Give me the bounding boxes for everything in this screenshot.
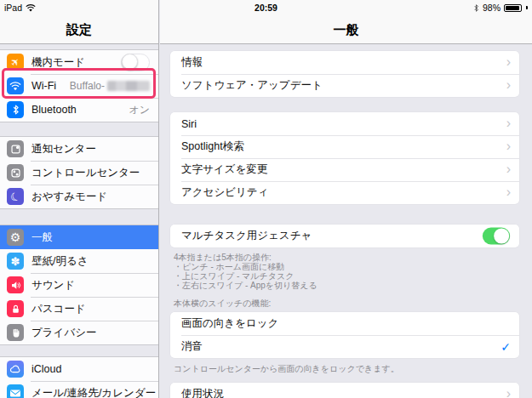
row-label: 文字サイズを変更 — [181, 162, 267, 177]
side-switch-footer: コントロールセンターから画面の向きをロックできます。 — [170, 358, 519, 375]
control-center-icon — [7, 164, 24, 181]
sidebar-item-airplane-mode[interactable]: ✈ 機内モード — [0, 50, 158, 74]
general-panel: 一般 情報 › ソフトウェア・アップデート › Siri › — [160, 0, 532, 398]
ipad-settings-screen: iPad 20:59 98% 設定 — [0, 0, 532, 398]
sidebar-item-wallpaper-brightness[interactable]: ✽ 壁紙/明るさ — [0, 249, 158, 273]
sidebar-item-label: Bluetooth — [31, 104, 77, 116]
sidebar-item-label: おやすみモード — [31, 190, 107, 204]
notification-center-icon — [7, 140, 24, 157]
bluetooth-status-value: オン — [129, 103, 150, 117]
airplane-icon: ✈ — [7, 54, 24, 71]
checkmark-icon: ✓ — [501, 340, 511, 354]
sidebar-item-sounds[interactable]: サウンド — [0, 273, 158, 297]
note-line: ・上にスワイプ - マルチタスク — [174, 271, 516, 281]
chevron-right-icon: › — [506, 55, 511, 69]
sidebar-item-label: 通知センター — [31, 142, 96, 156]
sidebar-item-passcode[interactable]: パスコード — [0, 297, 158, 321]
bluetooth-icon — [7, 101, 24, 118]
row-about[interactable]: 情報 › — [170, 51, 519, 74]
sidebar-item-label: メール/連絡先/カレンダー — [31, 386, 156, 398]
bluetooth-status-icon — [473, 3, 479, 13]
sidebar-item-do-not-disturb[interactable]: ☾ おやすみモード — [0, 185, 158, 208]
sidebar-item-label: サウンド — [31, 278, 75, 293]
group-about: 情報 › ソフトウェア・アップデート › — [170, 51, 519, 97]
row-usage[interactable]: 使用状況 › — [170, 383, 519, 398]
sidebar-item-label: iCloud — [31, 363, 61, 375]
sidebar-item-label: コントロールセンター — [31, 166, 140, 180]
note-line: ・ピンチ - ホーム画面に移動 — [174, 262, 516, 271]
sidebar-item-label: 一般 — [31, 230, 53, 245]
mail-icon — [7, 384, 24, 398]
battery-percent: 98% — [483, 3, 501, 13]
sidebar-item-notification-center[interactable]: 通知センター — [0, 137, 158, 161]
wifi-ssid-redacted — [107, 81, 150, 91]
sidebar-item-general[interactable]: ⚙ 一般 — [0, 225, 158, 249]
chevron-right-icon: › — [506, 78, 511, 92]
row-label: Spotlight検索 — [181, 139, 244, 154]
chevron-right-icon: › — [506, 117, 511, 130]
sidebar-item-privacy[interactable]: プライバシー — [0, 321, 158, 344]
multitask-notes: 4本指または5本指の操作: ・ピンチ - ホーム画面に移動 ・上にスワイプ - … — [170, 247, 519, 290]
status-right: 98% — [473, 3, 528, 13]
chevron-right-icon: › — [506, 185, 511, 199]
sidebar-item-bluetooth[interactable]: Bluetooth オン — [0, 98, 158, 122]
row-label: アクセシビリティ — [181, 185, 268, 200]
row-label: 情報 — [181, 55, 203, 70]
status-bar: iPad 20:59 98% — [0, 0, 532, 17]
sidebar-title: 設定 — [0, 22, 158, 38]
row-label: 消音 — [181, 339, 203, 354]
row-text-size[interactable]: 文字サイズを変更 › — [170, 158, 519, 181]
sound-icon — [7, 276, 24, 293]
sidebar-group-general: ⚙ 一般 ✽ 壁紙/明るさ — [0, 225, 158, 345]
row-label: Siri — [181, 118, 197, 130]
group-siri-search: Siri › Spotlight検索 › 文字サイズを変更 › アクセシビリティ… — [170, 112, 519, 204]
lock-icon — [7, 300, 24, 317]
wifi-icon — [7, 77, 24, 94]
row-multitask-gestures[interactable]: マルチタスク用ジェスチャ — [170, 225, 519, 247]
airplane-mode-toggle[interactable] — [121, 54, 150, 71]
wallpaper-icon: ✽ — [7, 253, 24, 270]
chevron-right-icon: › — [506, 162, 511, 176]
group-side-switch: 画面の向きをロック 消音 ✓ — [170, 312, 519, 358]
sidebar-item-label: プライバシー — [31, 326, 96, 340]
note-line: ・左右にスワイプ - Appを切り替える — [174, 281, 516, 290]
sidebar-item-control-center[interactable]: コントロールセンター — [0, 161, 158, 185]
multitask-gestures-toggle[interactable] — [483, 228, 510, 245]
wifi-network-value: Buffalo- — [70, 80, 150, 92]
sidebar-item-label: 壁紙/明るさ — [31, 254, 89, 269]
sidebar-item-label: パスコード — [31, 302, 86, 316]
battery-icon — [504, 4, 522, 12]
status-time: 20:59 — [0, 3, 532, 13]
sidebar-item-wifi[interactable]: Wi-Fi Buffalo- — [0, 74, 158, 98]
row-mute[interactable]: 消音 ✓ — [170, 335, 519, 358]
sidebar-group-radios: ✈ 機内モード Wi-Fi Buffalo- — [0, 49, 158, 122]
battery-nub — [526, 6, 528, 9]
moon-icon: ☾ — [7, 188, 24, 205]
sidebar-group-notifications: 通知センター コントロールセンター ☾ — [0, 136, 158, 209]
row-accessibility[interactable]: アクセシビリティ › — [170, 181, 519, 204]
row-label: ソフトウェア・アップデート — [181, 78, 323, 93]
general-panel-content: 情報 › ソフトウェア・アップデート › Siri › Spotlight検索 … — [160, 44, 532, 398]
sidebar-item-icloud[interactable]: iCloud — [0, 357, 158, 381]
row-lock-rotation[interactable]: 画面の向きをロック — [170, 312, 519, 335]
row-label: 使用状況 — [181, 387, 224, 398]
settings-sidebar: 設定 ✈ 機内モード — [0, 0, 159, 398]
chevron-right-icon: › — [506, 139, 511, 153]
side-switch-header: 本体横のスイッチの機能: — [170, 290, 519, 312]
hand-icon — [7, 324, 24, 341]
row-spotlight-search[interactable]: Spotlight検索 › — [170, 135, 519, 158]
row-label: 画面の向きをロック — [181, 316, 278, 331]
group-usage: 使用状況 › — [170, 383, 519, 398]
row-siri[interactable]: Siri › — [170, 112, 519, 135]
sidebar-item-mail-contacts-calendars[interactable]: メール/連絡先/カレンダー — [0, 381, 158, 398]
note-line: 4本指または5本指の操作: — [174, 253, 516, 262]
sidebar-item-label: Wi-Fi — [31, 80, 56, 92]
row-software-update[interactable]: ソフトウェア・アップデート › — [170, 74, 519, 97]
page-title: 一般 — [160, 22, 532, 38]
chevron-right-icon: › — [506, 387, 511, 398]
group-multitask-gestures: マルチタスク用ジェスチャ — [170, 225, 519, 247]
wifi-ssid-prefix: Buffalo- — [70, 80, 105, 92]
row-label: マルチタスク用ジェスチャ — [181, 229, 312, 243]
sidebar-group-accounts: iCloud メール/連絡先/カレンダー — [0, 356, 158, 398]
sidebar-content: ✈ 機内モード Wi-Fi Buffalo- — [0, 44, 158, 398]
